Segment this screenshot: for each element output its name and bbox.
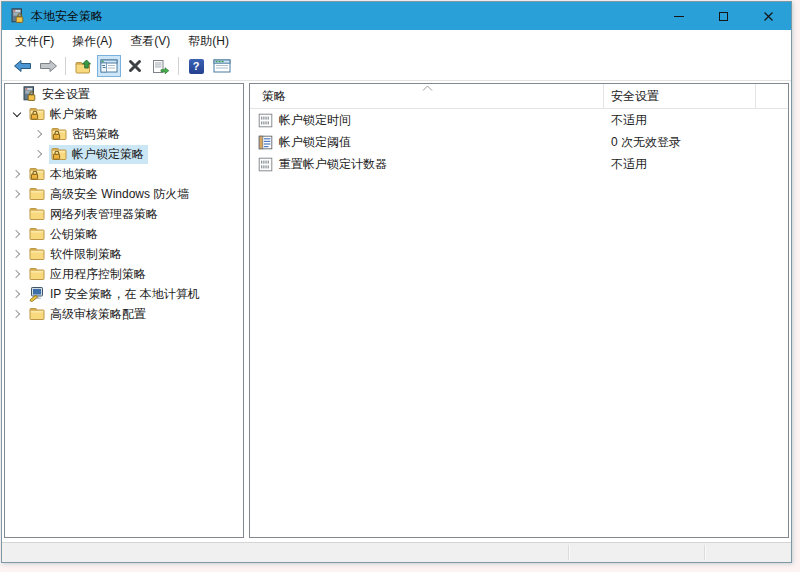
statusbar	[2, 542, 791, 562]
folder-icon	[29, 246, 45, 262]
tree-item-account-policies[interactable]: 帐户策略	[5, 104, 243, 124]
list-header: 策略 安全设置	[250, 84, 788, 109]
help-icon: ?	[189, 59, 204, 74]
export-list-icon	[152, 59, 170, 74]
folder-icon	[29, 226, 45, 242]
policy-undefined-icon	[258, 157, 273, 172]
menu-action[interactable]: 操作(A)	[63, 30, 121, 53]
action-pane-button[interactable]	[210, 55, 234, 77]
column-header-policy[interactable]: 策略	[262, 84, 286, 108]
security-settings-icon	[21, 86, 37, 102]
console-tree-toggle-button[interactable]	[97, 55, 121, 77]
selected-tree-item[interactable]: 帐户锁定策略	[49, 145, 148, 164]
chevron-placeholder	[9, 206, 25, 222]
screen: 本地安全策略 文件(F) 操作(A) 查看(V) 帮助(H)	[0, 0, 800, 572]
policy-row-lockout-threshold[interactable]: 帐户锁定阈值 0 次无效登录	[250, 131, 788, 153]
action-pane-icon	[213, 59, 231, 73]
chevron-right-icon[interactable]	[9, 226, 25, 242]
menubar: 文件(F) 操作(A) 查看(V) 帮助(H)	[2, 30, 791, 52]
tree-item-network-list-manager[interactable]: 网络列表管理器策略	[5, 204, 243, 224]
folder-up-icon	[75, 59, 92, 74]
tree-item-password-policy[interactable]: 密码策略	[5, 124, 243, 144]
minimize-icon	[674, 16, 684, 17]
forward-button[interactable]	[36, 55, 60, 77]
chevron-right-icon[interactable]	[9, 306, 25, 322]
maximize-button[interactable]	[701, 2, 746, 30]
menu-view[interactable]: 查看(V)	[121, 30, 179, 53]
back-button[interactable]	[10, 55, 34, 77]
local-security-policy-window: 本地安全策略 文件(F) 操作(A) 查看(V) 帮助(H)	[1, 1, 792, 563]
help-button[interactable]: ?	[184, 55, 208, 77]
menu-file[interactable]: 文件(F)	[6, 30, 63, 53]
close-icon	[763, 11, 774, 22]
forward-arrow-icon	[39, 59, 58, 73]
tree-item-software-restriction[interactable]: 软件限制策略	[5, 244, 243, 264]
policy-row-reset-counter[interactable]: 重置帐户锁定计数器 不适用	[250, 153, 788, 175]
tree-item-advanced-audit[interactable]: 高级审核策略配置	[5, 304, 243, 324]
policy-undefined-icon	[258, 113, 273, 128]
chevron-right-icon[interactable]	[31, 126, 47, 142]
export-list-button[interactable]	[149, 55, 173, 77]
column-divider[interactable]	[755, 84, 756, 108]
titlebar[interactable]: 本地安全策略	[2, 2, 791, 30]
tree-item-windows-firewall[interactable]: 高级安全 Windows 防火墙	[5, 184, 243, 204]
toolbar: ?	[2, 52, 791, 81]
chevron-right-icon[interactable]	[9, 246, 25, 262]
statusbar-divider	[568, 545, 570, 560]
ip-security-icon	[29, 286, 45, 302]
folder-icon	[29, 306, 45, 322]
main-area: 安全设置 帐户策略 密码策略 帐户锁定策略 本地策略	[2, 81, 791, 542]
policy-list-pane[interactable]: 策略 安全设置 帐户锁定时间 不适用 帐户锁定阈值 0 次无效登录	[249, 83, 789, 538]
maximize-icon	[719, 12, 728, 21]
app-icon	[9, 8, 25, 24]
folder-lock-icon	[51, 126, 67, 142]
console-tree-icon	[100, 59, 118, 73]
menu-help[interactable]: 帮助(H)	[179, 30, 238, 53]
up-level-button[interactable]	[71, 55, 95, 77]
tree-item-account-lockout-policy[interactable]: 帐户锁定策略	[5, 144, 243, 164]
toolbar-separator	[65, 57, 66, 75]
column-header-setting[interactable]: 安全设置	[611, 84, 659, 108]
folder-lock-icon	[29, 166, 45, 182]
tree-item-local-policies[interactable]: 本地策略	[5, 164, 243, 184]
tree-item-application-control[interactable]: 应用程序控制策略	[5, 264, 243, 284]
folder-icon	[29, 186, 45, 202]
minimize-button[interactable]	[656, 2, 701, 30]
setting-value: 0 次无效登录	[611, 134, 681, 151]
policy-row-lockout-duration[interactable]: 帐户锁定时间 不适用	[250, 109, 788, 131]
back-arrow-icon	[13, 59, 32, 73]
chevron-right-icon[interactable]	[9, 286, 25, 302]
console-tree-pane[interactable]: 安全设置 帐户策略 密码策略 帐户锁定策略 本地策略	[4, 83, 244, 538]
tree-item-ip-security[interactable]: IP 安全策略，在 本地计算机	[5, 284, 243, 304]
chevron-right-icon[interactable]	[9, 166, 25, 182]
window-controls	[656, 2, 791, 30]
folder-lock-icon	[51, 146, 67, 162]
sort-ascending-icon	[422, 85, 433, 91]
close-button[interactable]	[746, 2, 791, 30]
chevron-right-icon[interactable]	[9, 186, 25, 202]
chevron-right-icon[interactable]	[9, 266, 25, 282]
delete-button[interactable]	[123, 55, 147, 77]
chevron-down-icon[interactable]	[9, 106, 25, 122]
policy-defined-icon	[258, 135, 273, 150]
folder-icon	[29, 266, 45, 282]
folder-lock-icon	[29, 106, 45, 122]
column-divider[interactable]	[603, 84, 604, 108]
statusbar-divider	[704, 545, 706, 560]
tree-item-security-settings[interactable]: 安全设置	[5, 84, 243, 104]
chevron-right-icon[interactable]	[31, 146, 47, 162]
setting-value: 不适用	[611, 112, 647, 129]
tree-item-public-key-policies[interactable]: 公钥策略	[5, 224, 243, 244]
delete-x-icon	[128, 59, 142, 73]
toolbar-separator	[178, 57, 179, 75]
window-title: 本地安全策略	[31, 8, 103, 25]
folder-icon	[29, 206, 45, 222]
setting-value: 不适用	[611, 156, 647, 173]
